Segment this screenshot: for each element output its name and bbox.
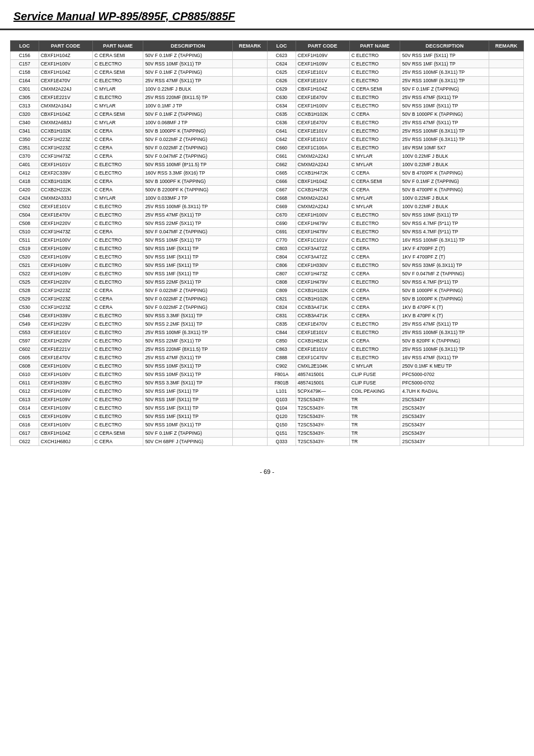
table-row: C528CCXF1H223ZC CERA50V F 0.022MF Z (TAP… — [11, 287, 524, 295]
table-cell: C ELECTRO — [92, 328, 143, 337]
table-cell: CEXF1H339V — [39, 312, 92, 320]
table-cell: C CERA — [349, 287, 400, 295]
table-row: C320CBXF1H104ZC CERA SEMI50V F 0.1MF Z (… — [11, 110, 524, 119]
table-cell — [489, 287, 523, 295]
table-cell: C164 — [11, 77, 39, 85]
table-cell: 500V B 2200PF K (TAPPING) — [143, 186, 233, 194]
table-cell: TR — [349, 438, 400, 446]
table-cell: CCXF3A472Z — [296, 253, 349, 261]
table-cell: T2SC5343Y- — [296, 396, 349, 404]
col-header-loc1: LOC — [11, 41, 39, 51]
table-cell: C ELECTRO — [92, 253, 143, 261]
table-cell: C642 — [268, 135, 296, 144]
table-cell: C553 — [11, 328, 39, 337]
table-row: C158CBXF1H104ZC CERA SEMI50V F 0.1MF Z (… — [11, 68, 524, 77]
table-row: C612CEXF1H109VC ELECTRO50V RSS 1MF (5X11… — [11, 387, 524, 396]
table-cell — [233, 320, 268, 328]
table-cell: CMXM2A333J — [39, 194, 92, 203]
table-cell: C ELECTRO — [349, 51, 400, 60]
table-cell — [489, 429, 523, 438]
table-cell: C CERA — [349, 337, 400, 345]
table-cell: C608 — [11, 362, 39, 370]
table-cell: 50V RSS 1MF (5X11) TP — [400, 51, 489, 60]
table-cell: 50V RSS 10MF (5X11) TP — [143, 236, 233, 245]
table-cell: C CERA — [349, 303, 400, 312]
table-cell: C ELECTRO — [92, 270, 143, 278]
col-header-remark2: REMARK — [489, 41, 523, 51]
table-cell — [233, 303, 268, 312]
table-cell: 50V RSS 1MF (5X11) TP — [143, 253, 233, 261]
table-cell — [489, 295, 523, 303]
table-cell: C158 — [11, 68, 39, 77]
table-cell: C ELECTRO — [92, 60, 143, 68]
table-cell: C MYLAR — [349, 194, 400, 203]
table-row: C424CMXM2A333JC MYLAR100V 0.033MF J TPC6… — [11, 194, 524, 203]
table-cell: 1KV F 4700PF Z (T) — [400, 245, 489, 253]
table-cell: C528 — [11, 287, 39, 295]
table-cell: C CERA — [92, 152, 143, 161]
table-cell: CEXF1H479V — [296, 228, 349, 236]
table-cell: CBXF1H104Z — [39, 429, 92, 438]
table-cell — [233, 127, 268, 135]
table-row: C341CCXB1H102KC CERA50V B 1000PF K (TAPP… — [11, 127, 524, 135]
table-cell: C MYLAR — [92, 194, 143, 203]
table-cell: CEXF1H100V — [39, 362, 92, 370]
table-cell: C626 — [268, 77, 296, 85]
table-cell: CEXF1E101V — [39, 328, 92, 337]
table-cell: CEXF1H100V — [39, 421, 92, 429]
table-cell: C ELECTRO — [349, 236, 400, 245]
table-cell: 25V RSS 220MF (8X11.5) TP — [143, 345, 233, 354]
table-cell — [489, 404, 523, 412]
table-cell — [233, 60, 268, 68]
table-cell: C661 — [268, 152, 296, 161]
table-cell: C ELECTRO — [92, 337, 143, 345]
table-cell: T2SC5343Y- — [296, 429, 349, 438]
table-row: C522CEXF1H109VC ELECTRO50V RSS 1MF (5X11… — [11, 270, 524, 278]
table-cell: C902 — [268, 362, 296, 370]
table-cell: 250V 0.1MF K MEU TP — [400, 362, 489, 370]
table-cell: CEXF1E101V — [296, 345, 349, 354]
table-cell: TR — [349, 429, 400, 438]
table-cell: 100V 0.22MF J BULK — [400, 152, 489, 161]
table-cell: C ELECTRO — [349, 354, 400, 362]
table-row: C420CCXB2H222KC CERA500V B 2200PF K (TAP… — [11, 186, 524, 194]
table-cell: C CERA — [92, 177, 143, 186]
table-cell: CCXF1H223Z — [39, 303, 92, 312]
table-row: C301CMXM2A224JC MYLAR100V 0.22MF J BULKC… — [11, 85, 524, 93]
table-cell: C MYLAR — [92, 102, 143, 110]
table-cell: CCXB1H102K — [296, 287, 349, 295]
table-cell: T2SC5343Y- — [296, 438, 349, 446]
table-cell: C ELECTRO — [92, 278, 143, 287]
table-cell: C641 — [268, 127, 296, 135]
table-cell: CLIP FUSE — [349, 379, 400, 387]
table-cell: CCXB2H222K — [39, 186, 92, 194]
table-cell: C CERA — [92, 186, 143, 194]
table-row: C508CEXF1H220VC ELECTRO50V RSS 22MF (5X1… — [11, 219, 524, 228]
table-cell: CCXB1H821K — [296, 337, 349, 345]
table-cell: C ELECTRO — [92, 370, 143, 379]
table-cell: C CERA SEMI — [92, 429, 143, 438]
table-cell: 1KV B 470PF K (T) — [400, 312, 489, 320]
table-cell: C863 — [268, 345, 296, 354]
page-number: - 69 - — [0, 463, 534, 481]
table-cell: CEXF1H100V — [296, 211, 349, 219]
table-cell: 2SC5343Y — [400, 438, 489, 446]
table-cell: CMXM2A104J — [39, 102, 92, 110]
table-cell — [233, 270, 268, 278]
table-row: C549CEXF1H229VC ELECTRO50V RSS 2.2MF (5X… — [11, 320, 524, 328]
table-cell: 50V F 0.047MF Z (TAPPING) — [400, 270, 489, 278]
table-cell: 1KV B 470PF K (T) — [400, 303, 489, 312]
table-cell: C ELECTRO — [349, 278, 400, 287]
table-cell: CBXF1H104Z — [296, 85, 349, 93]
table-cell: 50V F 0.047MF Z (TAPPING) — [143, 228, 233, 236]
table-cell: C605 — [11, 354, 39, 362]
table-body: C156CBXF1H104ZC CERA SEMI50V F 0.1MF Z (… — [11, 51, 524, 446]
table-cell: C CERA SEMI — [349, 177, 400, 186]
table-cell — [489, 370, 523, 379]
table-cell: CEXF1H100V — [39, 60, 92, 68]
table-cell: C341 — [11, 127, 39, 135]
table-cell: C835 — [268, 320, 296, 328]
table-cell — [489, 144, 523, 152]
table-cell: 4857415001 — [296, 370, 349, 379]
table-cell: C615 — [11, 412, 39, 421]
